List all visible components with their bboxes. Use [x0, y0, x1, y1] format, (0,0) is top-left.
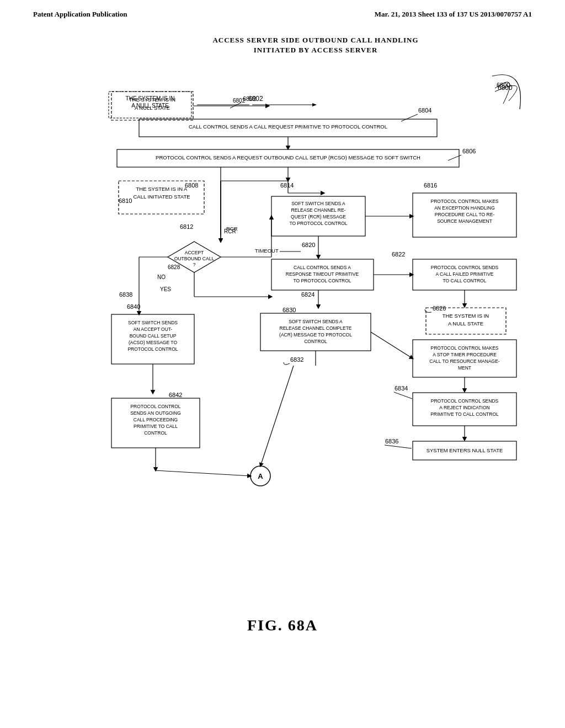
- figure-label: FIG. 68A: [0, 617, 565, 634]
- svg-text:PROTOCOL CONTROL: PROTOCOL CONTROL: [130, 404, 180, 409]
- label-6830: 6830: [282, 307, 296, 313]
- diagram-title: ACCESS SERVER SIDE OUTBOUND CALL HANDLIN…: [78, 35, 553, 55]
- svg-text:(ACSO) MESSAGE TO: (ACSO) MESSAGE TO: [129, 340, 177, 345]
- svg-text:A STOP TIMER PROCEDURE: A STOP TIMER PROCEDURE: [433, 352, 497, 357]
- svg-text:THE SYSTEM IS IN: THE SYSTEM IS IN: [443, 313, 489, 319]
- label-rcr2: RCR: [226, 226, 238, 232]
- svg-text:PROTOCOL CONTROL SENDS: PROTOCOL CONTROL SENDS: [431, 265, 499, 270]
- label-6816: 6816: [424, 182, 437, 189]
- label-6824: 6824: [301, 291, 315, 298]
- svg-text:RELEASE CHANNEL COMPLETE: RELEASE CHANNEL COMPLETE: [280, 325, 352, 331]
- svg-text:?: ?: [193, 262, 196, 267]
- svg-line-13: [401, 114, 418, 121]
- label-6822: 6822: [392, 251, 405, 258]
- svg-text:A: A: [258, 472, 263, 480]
- svg-text:A NULL STATE: A NULL STATE: [135, 105, 170, 111]
- svg-text:SOFT SWITCH SENDS A: SOFT SWITCH SENDS A: [289, 319, 343, 324]
- label-6826: 6826: [433, 305, 446, 312]
- svg-text:CALL CONTROL SENDS A CALL REQU: CALL CONTROL SENDS A CALL REQUEST PRIMIT…: [189, 124, 387, 130]
- label-6842: 6842: [169, 392, 182, 398]
- label-6828: 6828: [168, 264, 180, 270]
- svg-text:A NULL STATE: A NULL STATE: [448, 320, 483, 326]
- svg-text:TO CALL CONTROL: TO CALL CONTROL: [443, 278, 487, 283]
- label-6832: 6832: [290, 356, 303, 363]
- label-6802: 6802: [243, 95, 256, 102]
- svg-text:SOFT SWITCH SENDS: SOFT SWITCH SENDS: [128, 320, 178, 325]
- label-6812: 6812: [180, 223, 193, 230]
- svg-text:SOURCE MANAGEMENT: SOURCE MANAGEMENT: [437, 218, 492, 224]
- svg-text:PROTOCOL CONTROL MAKES: PROTOCOL CONTROL MAKES: [431, 199, 499, 204]
- label-6838: 6838: [119, 291, 132, 298]
- svg-text:QUEST (RCR) MESSAGE: QUEST (RCR) MESSAGE: [291, 214, 346, 220]
- svg-text:RESPONSE TIMEOUT PRIMITIVE: RESPONSE TIMEOUT PRIMITIVE: [286, 271, 359, 277]
- svg-line-70: [394, 392, 412, 399]
- label-6836: 6836: [385, 438, 398, 445]
- svg-text:CALL INITIATED STATE: CALL INITIATED STATE: [133, 194, 190, 200]
- svg-text:SENDS AN OUTGOING: SENDS AN OUTGOING: [130, 410, 181, 416]
- svg-text:CALL PROCEEDING: CALL PROCEEDING: [134, 417, 178, 422]
- svg-text:CONTROL: CONTROL: [144, 430, 167, 436]
- svg-text:THE SYSTEM IS IN: THE SYSTEM IS IN: [129, 97, 176, 103]
- label-no: NO: [157, 274, 166, 280]
- label-6820: 6820: [302, 242, 315, 248]
- svg-text:(ACR) MESSAGE TO PROTOCOL: (ACR) MESSAGE TO PROTOCOL: [279, 332, 352, 338]
- label-6804: 6804: [418, 107, 431, 114]
- header-right: Mar. 21, 2013 Sheet 133 of 137 US 2013/0…: [375, 10, 532, 19]
- svg-text:A REJECT INDICATION: A REJECT INDICATION: [439, 405, 489, 410]
- svg-text:PROTOCOL CONTROL MAKES: PROTOCOL CONTROL MAKES: [431, 345, 499, 351]
- svg-text:ACCEPT: ACCEPT: [185, 250, 204, 255]
- svg-text:AN EXCEPTION HANDLING: AN EXCEPTION HANDLING: [434, 205, 495, 211]
- svg-text:TO PROTOCOL CONTROL: TO PROTOCOL CONTROL: [289, 221, 347, 226]
- label-6806: 6806: [462, 148, 476, 154]
- label-6800: 6800: [497, 82, 510, 88]
- svg-text:SYSTEM ENTERS NULL STATE: SYSTEM ENTERS NULL STATE: [427, 447, 503, 453]
- label-timeout: TIMEOUT: [255, 248, 279, 254]
- svg-text:THE SYSTEM IS IN A: THE SYSTEM IS IN A: [136, 186, 188, 192]
- svg-line-86: [260, 366, 294, 466]
- svg-text:CONTROL: CONTROL: [304, 339, 327, 344]
- svg-text:AN ACCEPT OUT-: AN ACCEPT OUT-: [134, 326, 173, 332]
- svg-text:TO PROTOCOL CONTROL: TO PROTOCOL CONTROL: [293, 278, 351, 283]
- diagram-container: ACCESS SERVER SIDE OUTBOUND CALL HANDLIN…: [78, 35, 553, 600]
- svg-text:CALL TO RESOURCE MANAGE-: CALL TO RESOURCE MANAGE-: [429, 358, 500, 364]
- svg-text:PRIMITIVE TO CALL CONTROL: PRIMITIVE TO CALL CONTROL: [430, 411, 499, 417]
- svg-text:OUTBOUND CALL: OUTBOUND CALL: [174, 256, 215, 261]
- svg-line-85: [156, 470, 250, 476]
- svg-text:PROTOCOL CONTROL: PROTOCOL CONTROL: [127, 346, 178, 352]
- svg-text:BOUND CALL SETUP: BOUND CALL SETUP: [130, 333, 177, 339]
- main-diagram: 6800 6802 THE SYSTEM IS IN A NULL STATE …: [84, 60, 547, 600]
- label-6814: 6814: [280, 182, 294, 189]
- svg-text:A CALL FAILED PRIMITIVE: A CALL FAILED PRIMITIVE: [435, 271, 493, 277]
- label-yes: YES: [160, 286, 171, 292]
- svg-line-75: [385, 445, 412, 448]
- page-header: Patent Application Publication Mar. 21, …: [0, 0, 565, 19]
- svg-line-60: [371, 332, 413, 358]
- svg-text:CALL CONTROL SENDS A: CALL CONTROL SENDS A: [294, 265, 351, 270]
- label-6840: 6840: [127, 303, 140, 310]
- svg-text:PROTOCOL CONTROL SENDS A REQUE: PROTOCOL CONTROL SENDS A REQUEST OUTBOUN…: [156, 154, 420, 160]
- svg-text:PROCEDURE CALL TO RE-: PROCEDURE CALL TO RE-: [435, 212, 495, 217]
- svg-text:MENT: MENT: [458, 365, 471, 371]
- label-6834: 6834: [395, 385, 408, 392]
- label-6810: 6810: [119, 197, 132, 204]
- svg-text:SOFT SWITCH SENDS A: SOFT SWITCH SENDS A: [291, 201, 345, 206]
- header-left: Patent Application Publication: [33, 10, 127, 19]
- svg-text:PRIMITIVE TO CALL: PRIMITIVE TO CALL: [134, 424, 178, 429]
- svg-text:RELEASE CHANNEL RE-: RELEASE CHANNEL RE-: [291, 207, 346, 213]
- svg-text:PROTOCOL CONTROL SENDS: PROTOCOL CONTROL SENDS: [431, 398, 499, 404]
